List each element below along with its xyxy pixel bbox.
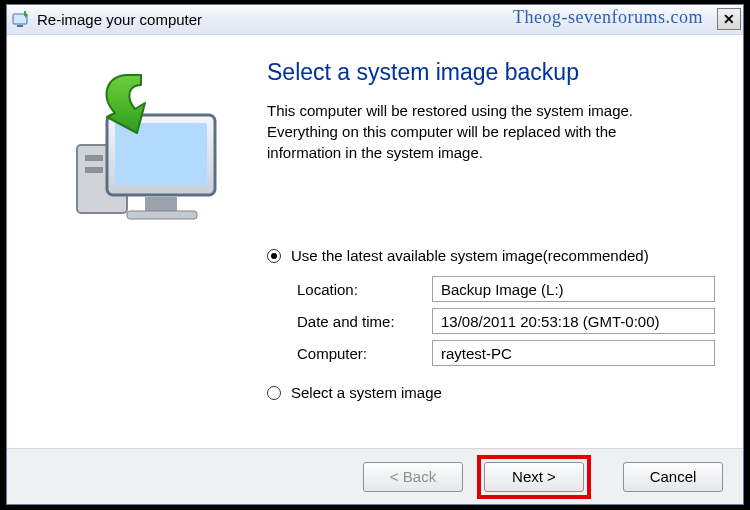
- wizard-content: Select a system image backup This comput…: [257, 35, 743, 448]
- svg-rect-7: [115, 123, 207, 185]
- radio-selected-icon: [267, 249, 281, 263]
- svg-rect-9: [127, 211, 197, 219]
- reimage-dialog: Re-image your computer Theog-sevenforums…: [6, 4, 744, 505]
- option-select-image-label: Select a system image: [291, 384, 442, 401]
- page-heading: Select a system image backup: [267, 59, 715, 86]
- computer-label: Computer:: [297, 345, 432, 362]
- dialog-body: Select a system image backup This comput…: [7, 35, 743, 448]
- option-use-latest[interactable]: Use the latest available system image(re…: [267, 247, 715, 264]
- computer-restore-icon: [37, 55, 227, 248]
- location-label: Location:: [297, 281, 432, 298]
- svg-rect-2: [24, 11, 26, 16]
- field-location: Location: Backup Image (L:): [297, 276, 715, 302]
- svg-rect-4: [85, 155, 103, 161]
- datetime-value: 13/08/2011 20:53:18 (GMT-0:00): [432, 308, 715, 334]
- monitor-restore-icon: [11, 10, 31, 30]
- location-value: Backup Image (L:): [432, 276, 715, 302]
- computer-value: raytest-PC: [432, 340, 715, 366]
- titlebar: Re-image your computer Theog-sevenforums…: [7, 5, 743, 35]
- option-select-image[interactable]: Select a system image: [267, 384, 715, 401]
- datetime-label: Date and time:: [297, 313, 432, 330]
- svg-rect-1: [17, 25, 23, 27]
- field-computer: Computer: raytest-PC: [297, 340, 715, 366]
- dialog-frame: Re-image your computer Theog-sevenforums…: [0, 0, 750, 510]
- close-button[interactable]: ✕: [717, 8, 741, 30]
- next-button-highlight: Next >: [477, 455, 591, 499]
- close-icon: ✕: [723, 11, 735, 27]
- svg-rect-5: [85, 167, 103, 173]
- svg-rect-8: [145, 197, 177, 211]
- options-group: Use the latest available system image(re…: [267, 239, 715, 401]
- next-button[interactable]: Next >: [484, 462, 584, 492]
- wizard-footer: < Back Next > Cancel: [7, 448, 743, 504]
- window-title: Re-image your computer: [37, 11, 202, 28]
- wizard-graphic-pane: [7, 35, 257, 448]
- cancel-button[interactable]: Cancel: [623, 462, 723, 492]
- field-datetime: Date and time: 13/08/2011 20:53:18 (GMT-…: [297, 308, 715, 334]
- page-description: This computer will be restored using the…: [267, 100, 687, 163]
- watermark-text: Theog-sevenforums.com: [513, 7, 703, 28]
- radio-unselected-icon: [267, 386, 281, 400]
- back-button: < Back: [363, 462, 463, 492]
- option-use-latest-label: Use the latest available system image(re…: [291, 247, 649, 264]
